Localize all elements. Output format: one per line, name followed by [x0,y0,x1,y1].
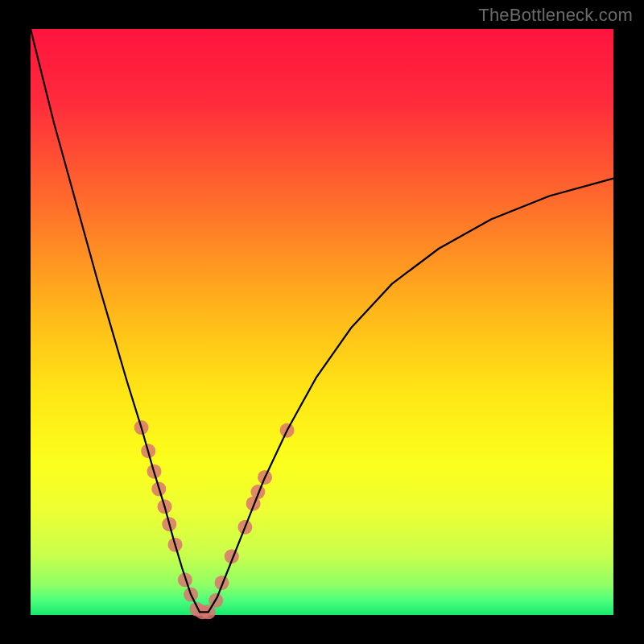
chart-container: TheBottleneck.com [0,0,644,644]
chart-svg [0,0,644,644]
watermark-label: TheBottleneck.com [478,5,633,26]
plot-area [31,29,613,615]
